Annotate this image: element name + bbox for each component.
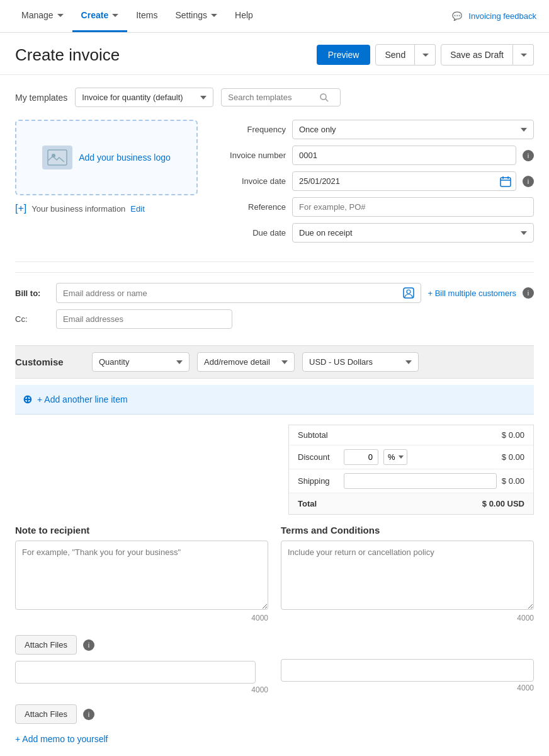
svg-rect-4: [501, 178, 511, 186]
attach-right: 4000: [281, 635, 534, 694]
shipping-label: Shipping: [298, 476, 339, 486]
frequency-label: Frequency: [217, 125, 286, 134]
cc-label: Cc:: [15, 314, 50, 324]
attach-row-1: Attach Files i: [15, 635, 268, 655]
search-templates-input[interactable]: [228, 93, 316, 102]
invoice-date-input[interactable]: [292, 171, 516, 191]
page-header: Create invoice Preview Send Save as Draf…: [0, 33, 549, 75]
shipping-input[interactable]: [344, 473, 497, 489]
nav-manage[interactable]: Manage: [13, 0, 72, 32]
svg-point-9: [407, 290, 410, 294]
save-draft-dropdown-top[interactable]: [513, 44, 534, 66]
invoice-date-info-icon[interactable]: i: [523, 176, 534, 187]
add-line-item-icon: ⊕: [23, 392, 32, 406]
bill-to-info-icon[interactable]: i: [523, 287, 534, 299]
template-select[interactable]: Invoice for quantity (default): [75, 88, 213, 107]
header-actions: Preview Send Save as Draft: [317, 44, 534, 66]
currency-select[interactable]: USD - US Dollars: [302, 352, 419, 372]
templates-label: My templates: [15, 93, 67, 103]
bill-multiple-customers[interactable]: + Bill multiple customers: [427, 289, 516, 298]
nav-help[interactable]: Help: [226, 0, 262, 32]
bill-to-row: Bill to: + Bill multiple customers i: [15, 283, 534, 303]
attach-info-icon-2[interactable]: i: [83, 709, 94, 720]
attach-files-button-2[interactable]: Attach Files: [15, 704, 77, 724]
bill-to-input-wrap: [56, 283, 421, 303]
shipping-value: $ 0.00: [502, 476, 524, 486]
terms-column: Terms and Conditions 4000: [281, 525, 534, 622]
attach-files-button-1[interactable]: Attach Files: [15, 635, 77, 655]
invoice-date-wrap: [292, 171, 516, 191]
save-draft-button-top[interactable]: Save as Draft: [441, 44, 513, 66]
totals-table: Subtotal $ 0.00 Discount % $ 0.00 Shippi…: [288, 425, 534, 515]
invoice-number-input[interactable]: [292, 146, 516, 165]
svg-point-0: [320, 94, 326, 100]
invoice-number-info-icon[interactable]: i: [523, 150, 534, 161]
attach-info-icon-1[interactable]: i: [83, 639, 94, 651]
reference-row: Reference: [217, 197, 534, 217]
frequency-select[interactable]: Once only: [292, 120, 534, 139]
feedback-link[interactable]: 💬 Invoicing feedback: [452, 11, 536, 21]
send-dropdown-top[interactable]: [415, 44, 436, 66]
add-line-item-text: + Add another line item: [37, 394, 128, 404]
total-row: Total $ 0.00 USD: [289, 493, 533, 514]
svg-rect-2: [48, 150, 67, 165]
search-templates-box: [221, 88, 341, 106]
nav-settings-chevron: [211, 14, 217, 17]
send-button-top[interactable]: Send: [375, 44, 415, 66]
notes-terms-section: Note to recipient 4000 Terms and Conditi…: [15, 525, 534, 622]
discount-input[interactable]: [344, 449, 378, 465]
nav-settings[interactable]: Settings: [166, 0, 226, 32]
shipping-row: Shipping $ 0.00: [289, 469, 533, 493]
draft-chevron-top: [521, 54, 527, 57]
terms-char-count: 4000: [281, 614, 534, 622]
attach-area-2: [281, 659, 534, 682]
calendar-icon[interactable]: [500, 176, 511, 187]
attach-left: Attach Files i 4000: [15, 635, 268, 694]
business-info-text: Your business information: [31, 204, 125, 214]
logo-upload-box[interactable]: Add your business logo: [15, 120, 198, 195]
nav-settings-label: Settings: [175, 10, 207, 20]
customise-label: Customise: [15, 357, 84, 367]
attach-files-section: Attach Files i 4000 4000: [15, 635, 534, 694]
terms-textarea[interactable]: [281, 541, 534, 610]
add-line-item[interactable]: ⊕ + Add another line item: [15, 385, 534, 415]
bill-to-input[interactable]: [63, 289, 398, 298]
due-date-select[interactable]: Due on receipt: [292, 223, 534, 243]
nav-items-label: Items: [136, 10, 157, 20]
nav-create-label: Create: [81, 10, 109, 20]
nav-manage-chevron: [57, 14, 64, 17]
attach-files-row-2: Attach Files i: [15, 704, 534, 724]
add-memo[interactable]: + Add memo to yourself: [15, 734, 534, 744]
attach-char-count-2: 4000: [281, 684, 534, 692]
reference-label: Reference: [217, 202, 286, 212]
discount-type-select[interactable]: %: [383, 449, 407, 465]
contact-icon: [403, 287, 414, 299]
edit-business-info[interactable]: Edit: [130, 204, 144, 214]
send-button-group-top: Send: [375, 44, 436, 66]
attach-area-1: [15, 661, 256, 684]
svg-line-1: [325, 99, 328, 101]
preview-button-top[interactable]: Preview: [317, 45, 371, 65]
nav-items[interactable]: Items: [127, 0, 166, 32]
discount-row: Discount % $ 0.00: [289, 445, 533, 469]
cc-row: Cc:: [15, 309, 534, 329]
discount-value: $ 0.00: [502, 452, 524, 462]
detail-select[interactable]: Add/remove detail: [197, 352, 295, 372]
draft-button-group-top: Save as Draft: [441, 44, 534, 66]
business-info-icon: [+]: [15, 203, 26, 214]
nav-create[interactable]: Create: [72, 0, 128, 32]
reference-input[interactable]: [292, 197, 534, 217]
add-logo-text: Add your business logo: [79, 152, 171, 163]
due-date-label: Due date: [217, 228, 286, 238]
nav-manage-label: Manage: [21, 10, 54, 20]
business-info-row: [+] Your business information Edit: [15, 203, 198, 214]
invoice-date-label: Invoice date: [217, 176, 286, 186]
bill-to-label: Bill to:: [15, 289, 50, 298]
send-chevron-top: [422, 54, 429, 57]
cc-input[interactable]: [56, 309, 232, 329]
quantity-select[interactable]: Quantity: [92, 352, 190, 372]
notes-title: Note to recipient: [15, 525, 268, 536]
customise-bar: Customise Quantity Add/remove detail USD…: [15, 345, 534, 379]
notes-textarea[interactable]: [15, 541, 268, 610]
frequency-row: Frequency Once only: [217, 120, 534, 139]
